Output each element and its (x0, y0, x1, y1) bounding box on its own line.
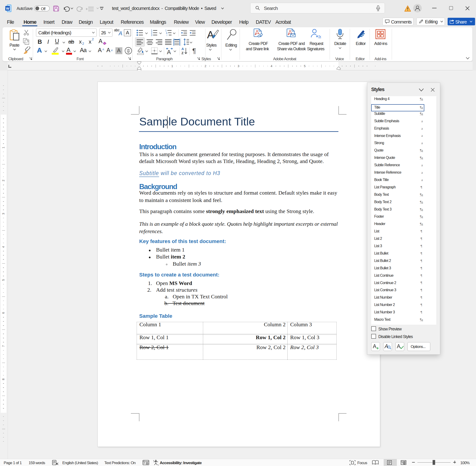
svg-text:A: A (182, 47, 184, 51)
svg-text:A: A (207, 29, 214, 40)
svg-text:W: W (6, 6, 10, 10)
svg-text:A: A (167, 49, 171, 55)
svg-text:i: i (167, 34, 167, 36)
svg-text:3: 3 (151, 34, 152, 36)
svg-text:Z: Z (182, 51, 183, 55)
